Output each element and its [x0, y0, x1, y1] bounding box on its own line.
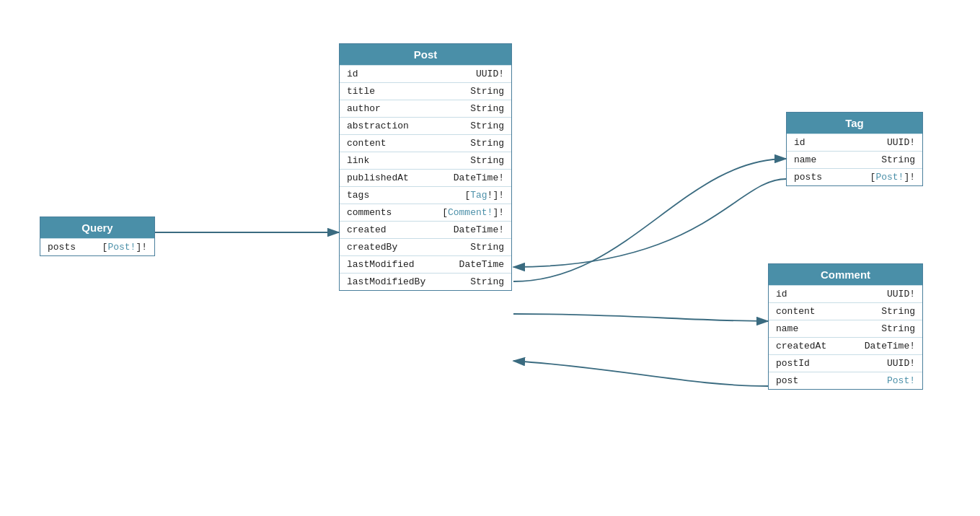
post-row-created: created DateTime! [340, 221, 511, 238]
post-row-link: link String [340, 152, 511, 169]
post-row-content: content String [340, 134, 511, 152]
arrow-post-comments-to-comment [513, 314, 768, 321]
query-row-posts: posts [Post!]! [40, 238, 154, 255]
post-row-lastModifiedBy: lastModifiedBy String [340, 273, 511, 290]
query-field-posts: posts [48, 242, 76, 253]
tag-row-id: id UUID! [787, 134, 922, 151]
tag-table: Tag id UUID! name String posts [Post!]! [786, 112, 923, 186]
diagram-container: Query posts [Post!]! Post id UUID! title… [0, 0, 980, 516]
comment-row-createdAt: createdAt DateTime! [769, 337, 922, 354]
comment-table-header: Comment [769, 264, 922, 285]
comment-row-name: name String [769, 320, 922, 337]
post-row-title: title String [340, 82, 511, 100]
arrow-comment-post-to-post [513, 361, 768, 386]
query-type-posts: [Post!]! [102, 242, 147, 253]
post-table: Post id UUID! title String author String… [339, 43, 512, 291]
comment-row-post: post Post! [769, 372, 922, 389]
comment-row-id: id UUID! [769, 285, 922, 302]
post-row-createdBy: createdBy String [340, 238, 511, 255]
query-table: Query posts [Post!]! [40, 217, 155, 256]
post-table-header: Post [340, 44, 511, 65]
arrow-tag-posts-to-post [513, 179, 786, 267]
post-row-comments: comments [Comment!]! [340, 204, 511, 221]
post-row-lastModified: lastModified DateTime [340, 255, 511, 273]
comment-row-content: content String [769, 302, 922, 320]
tag-row-name: name String [787, 151, 922, 168]
post-row-abstraction: abstraction String [340, 117, 511, 134]
post-row-publishedAt: publishedAt DateTime! [340, 169, 511, 186]
comment-row-postId: postId UUID! [769, 354, 922, 372]
tag-row-posts: posts [Post!]! [787, 168, 922, 185]
post-row-author: author String [340, 100, 511, 117]
query-table-header: Query [40, 217, 154, 238]
post-row-tags: tags [Tag!]! [340, 186, 511, 204]
tag-table-header: Tag [787, 113, 922, 134]
post-row-id: id UUID! [340, 65, 511, 82]
arrow-post-tags-to-tag [513, 159, 786, 281]
comment-table: Comment id UUID! content String name Str… [768, 263, 923, 390]
